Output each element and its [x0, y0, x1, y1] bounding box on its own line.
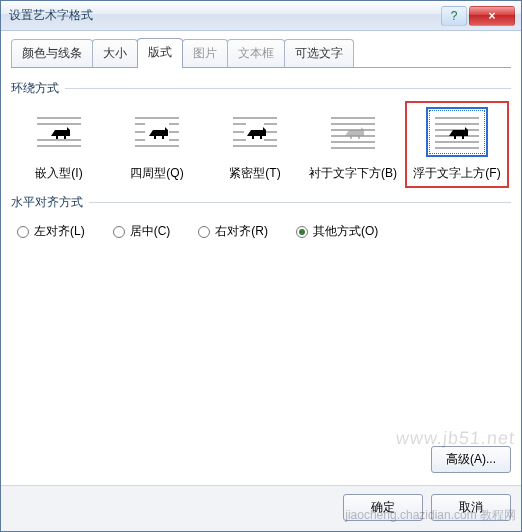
wrap-tight-icon [224, 107, 286, 157]
wrap-infront-icon [426, 107, 488, 157]
tab-layout[interactable]: 版式 [137, 38, 183, 68]
dialog-content: 颜色与线条 大小 版式 图片 文本框 可选文字 环绕方式 嵌入型(I) [1, 31, 521, 485]
tab-size[interactable]: 大小 [92, 39, 138, 68]
help-button[interactable]: ? [441, 6, 467, 26]
wrap-infront-label: 浮于文字上方(F) [413, 165, 500, 182]
layout-panel: 环绕方式 嵌入型(I) 四周型(Q) [11, 68, 511, 442]
group-wrap-title: 环绕方式 [11, 80, 511, 97]
wrap-inline[interactable]: 嵌入型(I) [13, 107, 105, 182]
wrap-behind[interactable]: 衬于文字下方(B) [307, 107, 399, 182]
wrap-behind-icon [322, 107, 384, 157]
tab-colors-lines[interactable]: 颜色与线条 [11, 39, 93, 68]
wrap-square[interactable]: 四周型(Q) [111, 107, 203, 182]
tab-strip: 颜色与线条 大小 版式 图片 文本框 可选文字 [11, 37, 511, 67]
wrap-inline-icon [28, 107, 90, 157]
align-right[interactable]: 右对齐(R) [198, 223, 268, 240]
align-right-label: 右对齐(R) [215, 223, 268, 240]
advanced-row: 高级(A)... [11, 442, 511, 477]
close-button[interactable]: × [469, 6, 515, 26]
dialog-window: 设置艺术字格式 ? × 颜色与线条 大小 版式 图片 文本框 可选文字 环绕方式 [0, 0, 522, 532]
wrap-tight-label: 紧密型(T) [229, 165, 280, 182]
advanced-button[interactable]: 高级(A)... [431, 446, 511, 473]
align-options: 左对齐(L) 居中(C) 右对齐(R) 其他方式(O) [11, 213, 511, 250]
wrap-inline-label: 嵌入型(I) [35, 165, 82, 182]
tab-picture: 图片 [182, 39, 228, 68]
align-other-label: 其他方式(O) [313, 223, 378, 240]
tab-underline [11, 67, 511, 68]
wrap-behind-label: 衬于文字下方(B) [309, 165, 397, 182]
wrap-tight[interactable]: 紧密型(T) [209, 107, 301, 182]
wrap-square-label: 四周型(Q) [130, 165, 183, 182]
window-buttons: ? × [441, 6, 515, 26]
ok-button[interactable]: 确定 [343, 494, 423, 521]
align-center-label: 居中(C) [130, 223, 171, 240]
titlebar: 设置艺术字格式 ? × [1, 1, 521, 31]
radio-icon [17, 226, 29, 238]
radio-icon [113, 226, 125, 238]
help-icon: ? [451, 9, 458, 23]
wrap-options: 嵌入型(I) 四周型(Q) 紧密型(T) [11, 99, 511, 188]
group-align-title: 水平对齐方式 [11, 194, 511, 211]
wrap-square-icon [126, 107, 188, 157]
radio-icon [198, 226, 210, 238]
dialog-footer: 确定 取消 jiaocheng.chazidian.com 教程网 [1, 485, 521, 531]
align-other[interactable]: 其他方式(O) [296, 223, 378, 240]
align-left[interactable]: 左对齐(L) [17, 223, 85, 240]
cancel-button[interactable]: 取消 [431, 494, 511, 521]
close-icon: × [488, 9, 495, 23]
window-title: 设置艺术字格式 [7, 7, 441, 24]
align-center[interactable]: 居中(C) [113, 223, 171, 240]
tab-alttext[interactable]: 可选文字 [284, 39, 354, 68]
radio-icon [296, 226, 308, 238]
wrap-infront[interactable]: 浮于文字上方(F) [405, 101, 509, 188]
align-left-label: 左对齐(L) [34, 223, 85, 240]
tab-textbox: 文本框 [227, 39, 285, 68]
